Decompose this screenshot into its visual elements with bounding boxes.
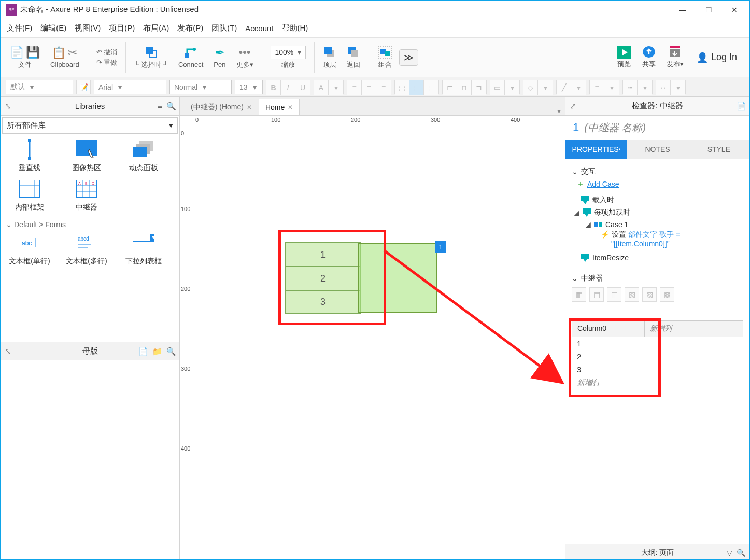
rt-tool[interactable]: ▩ xyxy=(660,287,674,302)
close-icon[interactable]: ✕ xyxy=(288,104,293,111)
text-color-button[interactable]: A xyxy=(314,80,329,95)
fontsize-dropdown[interactable]: 13▾ xyxy=(235,80,263,94)
menu-file[interactable]: 文件(F) xyxy=(7,23,32,33)
masters-folder-icon[interactable]: 📁 xyxy=(152,347,162,356)
rt-tool[interactable]: ▧ xyxy=(625,287,639,302)
tool-back[interactable]: 返回 xyxy=(343,46,364,69)
svg-rect-16 xyxy=(28,139,31,142)
widget-textfield[interactable]: abc 文本框(单行) xyxy=(4,232,55,266)
tab-properties[interactable]: PROPERTIES• xyxy=(565,140,627,159)
widget-droplist[interactable]: 下拉列表框 xyxy=(118,232,169,266)
tool-group[interactable]: 组合 xyxy=(373,46,397,69)
widget-iframe[interactable]: 内部框架 xyxy=(4,178,55,212)
lib-section-forms[interactable]: ⌄Default > Forms xyxy=(4,217,176,232)
rt-tool[interactable]: ▥ xyxy=(607,287,621,302)
canvas[interactable]: 1 2 3 1 xyxy=(192,128,565,560)
event-itemload[interactable]: ◢ 每项加载时 xyxy=(572,206,743,219)
menu-account[interactable]: Account xyxy=(245,24,273,33)
case-action[interactable]: ⚡ 设置 部件文字 歌手 = "[[Item.Column0]]" xyxy=(572,230,743,248)
tool-preview[interactable]: 预览 xyxy=(613,46,635,69)
login-button[interactable]: 👤 Log In xyxy=(697,52,744,63)
menu-edit[interactable]: 编辑(E) xyxy=(40,23,66,33)
library-select[interactable]: 所有部件库▾ xyxy=(2,117,178,134)
tool-share[interactable]: 共享 xyxy=(638,46,660,69)
text-color-dd[interactable]: ▾ xyxy=(329,80,343,95)
lib-menu-icon[interactable]: ≡ xyxy=(158,102,162,111)
menu-help[interactable]: 帮助(H) xyxy=(282,23,308,33)
event-itemresize[interactable]: ItemResize xyxy=(572,252,743,263)
tool-undoredo[interactable]: ↶ 撤消 ↷ 重做 xyxy=(92,48,122,67)
tab-notes[interactable]: NOTES xyxy=(627,140,688,159)
align-left-button[interactable]: ≡ xyxy=(347,80,362,95)
style-manager-icon[interactable]: 📝 xyxy=(76,80,91,94)
bold-button[interactable]: B xyxy=(266,80,281,95)
font-dropdown[interactable]: Arial▾ xyxy=(94,80,166,94)
widget-textarea[interactable]: abcd 文本框(多行) xyxy=(61,232,112,266)
rt-tool[interactable]: ▨ xyxy=(642,287,657,302)
menu-project[interactable]: 项目(P) xyxy=(109,23,135,33)
widget-hotspot[interactable]: 图像热区 xyxy=(61,138,112,173)
case-item[interactable]: ◢ Case 1 xyxy=(572,219,743,230)
inspector-note-icon[interactable]: 📄 xyxy=(737,102,746,111)
event-onload[interactable]: 载入时 xyxy=(572,194,743,206)
underline-button[interactable]: U xyxy=(295,80,310,95)
outline-filter-icon[interactable]: ▽ xyxy=(727,549,732,557)
widget-name-input[interactable]: (中继器 名称) xyxy=(584,121,646,135)
outer-button[interactable]: ◇ xyxy=(523,80,538,95)
tool-select[interactable]: └ 选择时 ┘ xyxy=(130,46,172,69)
section-repeater[interactable]: ⌄中继器 xyxy=(572,274,743,283)
tool-front[interactable]: 顶层 xyxy=(319,46,341,69)
arrow-button[interactable]: ↔ xyxy=(656,80,671,95)
masters-collapse-icon[interactable]: ⤡ xyxy=(5,347,11,356)
section-interactions[interactable]: ⌄交互 xyxy=(572,167,743,176)
app-logo: RP xyxy=(6,4,17,16)
widget-dynamic[interactable]: 动态面板 xyxy=(118,138,169,173)
weight-dropdown[interactable]: Normal▾ xyxy=(169,80,232,94)
collapse-icon[interactable]: ⤢ xyxy=(570,102,576,111)
maximize-button[interactable]: ☐ xyxy=(696,1,721,19)
rt-tool[interactable]: ▤ xyxy=(589,287,604,302)
lib-search-icon[interactable]: 🔍 xyxy=(166,102,176,111)
tool-zoom[interactable]: 100%▾ 缩放 xyxy=(266,46,310,69)
align-center-button[interactable]: ≡ xyxy=(362,80,376,95)
menu-team[interactable]: 团队(T) xyxy=(211,23,237,33)
italic-button[interactable]: I xyxy=(281,80,295,95)
collapse-icon[interactable]: ⤡ xyxy=(5,102,11,111)
tab-style[interactable]: STYLE xyxy=(688,140,749,159)
tab-overflow-icon[interactable]: ▾ xyxy=(553,107,565,115)
outline-search-icon[interactable]: 🔍 xyxy=(737,549,745,557)
minimize-button[interactable]: — xyxy=(670,1,696,19)
svg-rect-5 xyxy=(324,47,332,54)
valign-mid-button[interactable]: ⬚ xyxy=(409,80,424,95)
toolbar-overflow[interactable]: ≫ xyxy=(399,49,418,66)
menu-layout[interactable]: 布局(A) xyxy=(143,23,169,33)
menu-publish[interactable]: 发布(P) xyxy=(177,23,203,33)
add-case-link[interactable]: ＋Add Case xyxy=(577,179,743,189)
tool-more[interactable]: ••• 更多▾ xyxy=(232,46,258,69)
widget-vline[interactable]: 垂直线 xyxy=(4,138,55,173)
tool-clipboard[interactable]: 📋✂ Clipboard xyxy=(46,46,83,68)
line-width-button[interactable]: ≡ xyxy=(590,80,604,95)
close-icon[interactable]: ✕ xyxy=(247,104,252,111)
valign-bot-button[interactable]: ⬚ xyxy=(424,80,438,95)
align-right-button[interactable]: ≡ xyxy=(376,80,391,95)
tab-repeater-home[interactable]: (中继器) (Home)✕ xyxy=(184,99,259,115)
svg-rect-49 xyxy=(599,222,602,227)
tool-publish[interactable]: 发布▾ xyxy=(662,46,688,69)
widget-repeater[interactable]: ABC 中继器 xyxy=(61,178,112,212)
tool-file[interactable]: 📄💾 文件 xyxy=(6,46,44,69)
rt-tool[interactable]: ▦ xyxy=(572,287,586,302)
line-color-button[interactable]: ╱ xyxy=(557,80,571,95)
masters-search-icon[interactable]: 🔍 xyxy=(166,347,176,356)
fill-button[interactable]: ▭ xyxy=(490,80,505,95)
footnote-badge[interactable]: 1 xyxy=(435,241,446,253)
tab-home[interactable]: Home✕ xyxy=(259,99,300,115)
style-dropdown[interactable]: 默认▾ xyxy=(6,80,73,94)
tool-connect[interactable]: Connect xyxy=(174,46,207,68)
line-style-button[interactable]: ┅ xyxy=(623,80,638,95)
menu-view[interactable]: 视图(V) xyxy=(75,23,101,33)
valign-top-button[interactable]: ⬚ xyxy=(395,80,409,95)
close-button[interactable]: ✕ xyxy=(721,1,747,19)
masters-add-icon[interactable]: 📄 xyxy=(138,347,148,356)
tool-pen[interactable]: ✒ Pen xyxy=(209,46,230,68)
